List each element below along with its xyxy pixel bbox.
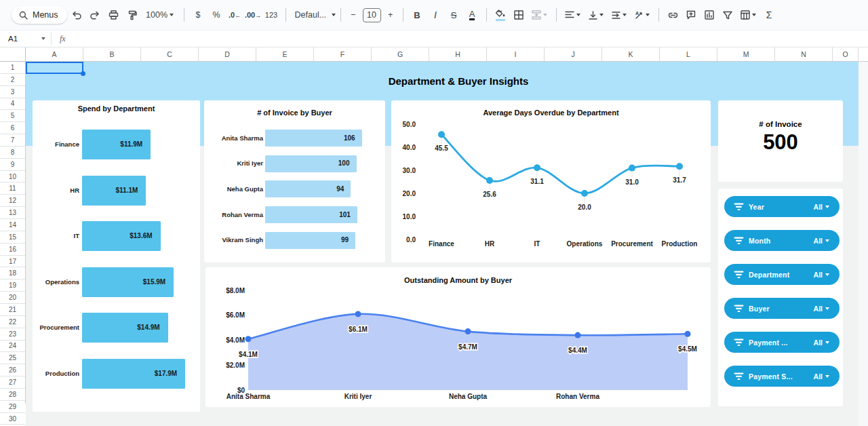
row-header-29[interactable]: 29 <box>0 401 25 413</box>
row-header-5[interactable]: 5 <box>0 110 25 122</box>
sheet-grid[interactable]: Department & Buyer Insights Spend by Dep… <box>26 62 859 426</box>
row-header-24[interactable]: 24 <box>0 341 25 353</box>
row-header-28[interactable]: 28 <box>0 389 25 401</box>
borders-button[interactable] <box>510 6 528 24</box>
selection-fill-handle[interactable] <box>81 71 85 76</box>
increase-font-button[interactable]: + <box>383 6 398 24</box>
row-header-10[interactable]: 10 <box>0 171 25 183</box>
format-percent-button[interactable]: % <box>208 6 226 24</box>
row-header-4[interactable]: 4 <box>0 98 25 111</box>
filter-value-dropdown[interactable]: All <box>814 372 829 381</box>
row-header-20[interactable]: 20 <box>0 292 25 304</box>
fill-color-button[interactable] <box>492 6 510 24</box>
row-header-12[interactable]: 12 <box>0 195 25 207</box>
column-header-A[interactable]: A <box>26 47 83 61</box>
more-formats-button[interactable]: 123 <box>262 6 281 24</box>
decrease-decimal-button[interactable]: .0← <box>226 6 244 24</box>
menus-button[interactable]: Menus <box>12 6 67 24</box>
column-header-E[interactable]: E <box>256 47 314 61</box>
chart-card-invoice-by-buyer[interactable]: # of Invoice by Buyer Anita Sharma106Kri… <box>204 100 385 263</box>
column-header-M[interactable]: M <box>717 47 775 61</box>
chart-card-days-overdue[interactable]: Average Days Overdue by Department 50.04… <box>391 100 711 263</box>
row-header-16[interactable]: 16 <box>0 244 25 256</box>
row-header-11[interactable]: 11 <box>0 183 25 195</box>
select-all-corner[interactable] <box>0 47 26 62</box>
filter-value-dropdown[interactable]: All <box>814 305 829 313</box>
column-header-K[interactable]: K <box>602 47 660 61</box>
row-header-7[interactable]: 7 <box>0 134 25 147</box>
row-header-3[interactable]: 3 <box>0 86 25 98</box>
format-currency-button[interactable]: $ <box>189 6 208 24</box>
filter-pill-buyer[interactable]: BuyerAll <box>724 298 840 319</box>
row-header-9[interactable]: 9 <box>0 159 25 171</box>
column-header-J[interactable]: J <box>545 47 602 61</box>
name-box[interactable]: A1 <box>0 35 39 43</box>
row-header-17[interactable]: 17 <box>0 256 25 268</box>
insert-chart-button[interactable] <box>701 6 719 24</box>
row-header-30[interactable]: 30 <box>0 413 25 425</box>
bold-button[interactable]: B <box>408 6 427 24</box>
chart-card-outstanding-amount[interactable]: Outstanding Amount by Buyer $8.0M$6.0M$4… <box>205 267 711 407</box>
text-wrap-button[interactable] <box>608 6 631 24</box>
row-header-8[interactable]: 8 <box>0 147 25 159</box>
text-rotation-button[interactable]: A <box>631 6 654 24</box>
create-filter-button[interactable] <box>719 6 737 24</box>
row-header-2[interactable]: 2 <box>0 74 25 86</box>
print-button[interactable] <box>104 6 123 24</box>
column-header-L[interactable]: L <box>660 47 717 61</box>
column-header-N[interactable]: N <box>775 47 833 61</box>
row-header-21[interactable]: 21 <box>0 304 25 316</box>
zoom-select[interactable]: 100% <box>141 6 179 24</box>
row-header-25[interactable]: 25 <box>0 352 25 364</box>
chart-card-spend-by-department[interactable]: Spend by Department Finance$11.9MHR$11.1… <box>33 100 200 412</box>
text-color-button[interactable]: A <box>463 6 481 24</box>
selected-cell[interactable] <box>26 62 83 74</box>
row-header-18[interactable]: 18 <box>0 267 25 279</box>
column-header-D[interactable]: D <box>199 47 256 61</box>
decrease-font-button[interactable]: − <box>346 6 361 24</box>
row-header-22[interactable]: 22 <box>0 316 25 328</box>
row-header-15[interactable]: 15 <box>0 231 25 244</box>
font-select[interactable]: Defaul... <box>291 6 336 24</box>
table-views-button[interactable] <box>737 6 760 24</box>
filter-pill-payment-s-[interactable]: Payment S...All <box>724 366 840 387</box>
row-header-1[interactable]: 1 <box>0 62 25 74</box>
row-header-23[interactable]: 23 <box>0 328 25 341</box>
functions-button[interactable]: Σ <box>760 6 778 24</box>
filter-value-dropdown[interactable]: All <box>814 271 829 279</box>
filter-pill-year[interactable]: YearAll <box>724 196 840 217</box>
row-header-13[interactable]: 13 <box>0 207 25 219</box>
row-header-27[interactable]: 27 <box>0 376 25 389</box>
column-header-B[interactable]: B <box>83 47 141 61</box>
kpi-card-invoice-count[interactable]: # of Invoice 500 <box>718 100 843 182</box>
chevron-down-icon[interactable] <box>41 37 45 40</box>
row-header-14[interactable]: 14 <box>0 219 25 231</box>
filter-pill-month[interactable]: MonthAll <box>724 230 840 251</box>
filter-value-dropdown[interactable]: All <box>814 237 829 245</box>
horizontal-align-button[interactable] <box>561 6 585 24</box>
strikethrough-button[interactable]: S <box>445 6 463 24</box>
filter-value-dropdown[interactable]: All <box>814 203 829 211</box>
insert-comment-button[interactable] <box>682 6 701 24</box>
column-header-I[interactable]: I <box>487 47 545 61</box>
vertical-align-button[interactable] <box>585 6 608 24</box>
row-header-26[interactable]: 26 <box>0 364 25 376</box>
column-header-C[interactable]: C <box>141 47 199 61</box>
filter-value-dropdown[interactable]: All <box>814 338 829 347</box>
row-header-19[interactable]: 19 <box>0 279 25 292</box>
column-header-H[interactable]: H <box>429 47 487 61</box>
italic-button[interactable]: I <box>427 6 445 24</box>
merge-cells-button[interactable] <box>528 6 551 24</box>
column-header-G[interactable]: G <box>372 47 429 61</box>
increase-decimal-button[interactable]: .00→ <box>244 6 262 24</box>
row-header-6[interactable]: 6 <box>0 122 25 134</box>
filter-pill-payment-[interactable]: Payment ...All <box>724 332 840 353</box>
paint-format-button[interactable] <box>123 6 141 24</box>
font-size-input[interactable]: 10 <box>363 8 381 22</box>
redo-button[interactable] <box>86 6 104 24</box>
filter-pill-department[interactable]: DepartmentAll <box>724 264 840 285</box>
insert-link-button[interactable] <box>664 6 682 24</box>
column-header-F[interactable]: F <box>314 47 372 61</box>
undo-button[interactable] <box>68 6 86 24</box>
column-header-O[interactable]: O <box>833 47 859 61</box>
